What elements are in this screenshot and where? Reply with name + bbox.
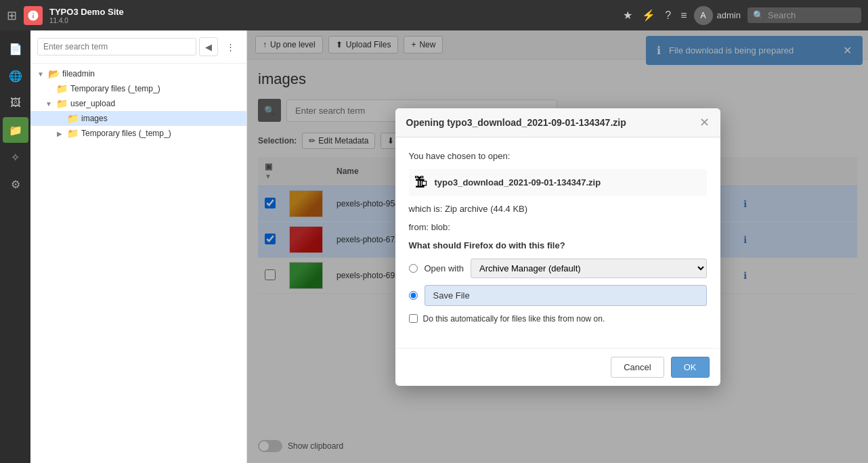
file-tree-panel: ◀ ⋮ ▼ 📂 fileadmin 📁 Temporary files (_te… [30, 30, 247, 463]
modal-from: from: blob: [409, 222, 707, 232]
bookmark-icon[interactable]: ★ [623, 9, 632, 22]
open-with-label: Open with [425, 263, 464, 273]
modal-close-btn[interactable]: ✕ [699, 116, 710, 129]
sidebar-item-template[interactable]: ✧ [3, 144, 28, 170]
flash-icon[interactable]: ⚡ [642, 9, 655, 22]
modal-overlay: Opening typo3_download_2021-09-01-134347… [247, 30, 868, 463]
topbar-search-icon: 🔍 [753, 10, 764, 20]
ok-button[interactable]: OK [671, 357, 710, 378]
folder-icon-images: 📁 [67, 113, 79, 124]
modal-which-is: which is: Zip archive (44.4 KB) [409, 204, 707, 214]
modal-intro-text: You have chosen to open: [409, 151, 707, 161]
tree-label-fileadmin: fileadmin [62, 69, 241, 79]
tree-item-temp2[interactable]: ▶ 📁 Temporary files (_temp_) [30, 126, 246, 141]
open-with-select[interactable]: Archive Manager (default) [471, 259, 706, 278]
topbar: ⊞ TYPO3 Demo Site 11.4.0 ★ ⚡ ? ≡ A admin… [0, 0, 868, 30]
sidebar-icons: 📄 🌐 🖼 📁 ✧ ⚙ [0, 30, 30, 463]
topbar-actions: ★ ⚡ ? ≡ [623, 9, 687, 22]
toolbar-icon[interactable]: ≡ [680, 9, 687, 22]
modal-footer: Cancel OK [395, 348, 720, 386]
main-layout: 📄 🌐 🖼 📁 ✧ ⚙ ◀ ⋮ ▼ 📂 fileadmin 📁 Temporar… [0, 30, 868, 463]
app-logo [24, 6, 43, 25]
app-title-block: TYPO3 Demo Site 11.4.0 [49, 7, 124, 24]
file-tree-content: ▼ 📂 fileadmin 📁 Temporary files (_temp_)… [30, 64, 246, 463]
save-file-row: Save File [409, 285, 707, 306]
folder-icon-user-upload: 📁 [56, 98, 68, 109]
auto-checkbox-row: Do this automatically for files like thi… [409, 314, 707, 324]
file-tree-search-bar: ◀ ⋮ [30, 30, 246, 64]
folder-icon-temp2: 📁 [67, 128, 79, 139]
sidebar-item-settings[interactable]: ⚙ [3, 171, 28, 197]
sidebar-item-globe[interactable]: 🌐 [3, 63, 28, 89]
open-with-row: Open with Archive Manager (default) [409, 259, 707, 278]
app-version: 11.4.0 [49, 17, 124, 24]
folder-icon-temp1: 📁 [56, 83, 68, 94]
topbar-search-input[interactable] [768, 10, 856, 20]
expand-icon [44, 84, 53, 93]
expand-icon: ▼ [44, 99, 53, 108]
save-file-radio[interactable] [409, 291, 418, 300]
modal-radio-group: Open with Archive Manager (default) Save… [409, 259, 707, 306]
modal-file-name: typo3_download_2021-09-01-134347.zip [435, 177, 601, 188]
sidebar-item-image[interactable]: 🖼 [3, 90, 28, 116]
user-name: admin [717, 10, 741, 20]
modal-title: Opening typo3_download_2021-09-01-134347… [406, 117, 626, 128]
zip-file-icon: 🗜 [414, 175, 428, 190]
user-avatar: A [694, 6, 713, 25]
tree-label-temp1: Temporary files (_temp_) [70, 84, 241, 93]
save-file-box: Save File [425, 285, 707, 306]
folder-icon-root: 📂 [48, 68, 60, 79]
modal-question: What should Firefox do with this file? [409, 240, 707, 250]
expand-icon: ▼ [36, 69, 45, 79]
tree-collapse-btn[interactable]: ◀ [199, 37, 218, 56]
sidebar-item-files[interactable]: 📁 [3, 117, 28, 143]
modal-file-info: 🗜 typo3_download_2021-09-01-134347.zip [409, 169, 707, 196]
tree-item-temp1[interactable]: 📁 Temporary files (_temp_) [30, 81, 246, 96]
tree-label-user-upload: user_upload [70, 99, 241, 108]
tree-more-btn[interactable]: ⋮ [221, 37, 240, 56]
main-content: ↑ Up one level ⬆ Upload Files + New imag… [247, 30, 868, 463]
tree-item-images[interactable]: 📁 images [30, 111, 246, 126]
cancel-button[interactable]: Cancel [611, 357, 664, 378]
site-name: TYPO3 Demo Site [49, 7, 124, 17]
modal-header: Opening typo3_download_2021-09-01-134347… [395, 108, 720, 137]
topbar-search[interactable]: 🔍 [747, 7, 861, 23]
expand-icon: ▶ [55, 129, 64, 138]
file-tree-search-input[interactable] [37, 38, 196, 56]
open-with-radio[interactable] [409, 264, 418, 273]
grid-menu-icon[interactable]: ⊞ [7, 8, 17, 23]
auto-label: Do this automatically for files like thi… [423, 314, 605, 324]
expand-icon [55, 114, 64, 123]
user-menu[interactable]: A admin [694, 6, 741, 25]
sidebar-item-page[interactable]: 📄 [3, 36, 28, 62]
help-icon[interactable]: ? [665, 9, 671, 22]
auto-checkbox[interactable] [409, 314, 418, 323]
modal-body: You have chosen to open: 🗜 typo3_downloa… [395, 137, 720, 348]
file-open-dialog: Opening typo3_download_2021-09-01-134347… [395, 108, 720, 386]
tree-label-images: images [81, 114, 241, 123]
tree-label-temp2: Temporary files (_temp_) [81, 129, 241, 138]
tree-item-user-upload[interactable]: ▼ 📁 user_upload [30, 96, 246, 111]
tree-item-fileadmin[interactable]: ▼ 📂 fileadmin [30, 66, 246, 81]
